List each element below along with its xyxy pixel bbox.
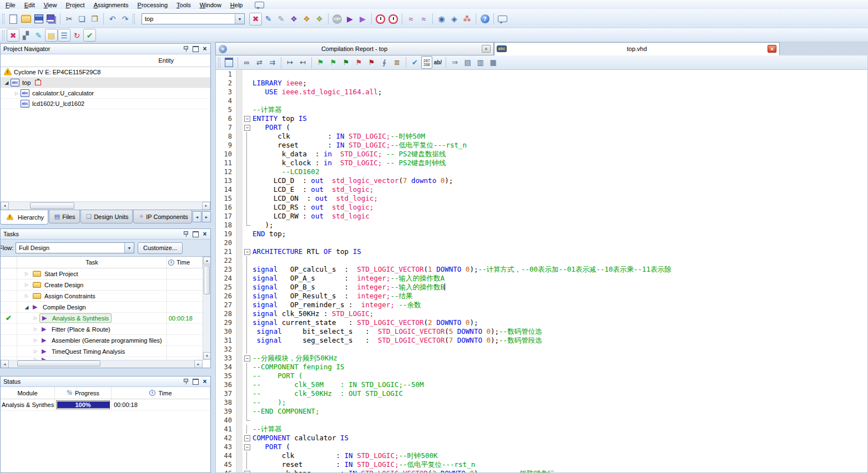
settings-icon[interactable]: ✖ (249, 13, 262, 26)
code-line-6[interactable]: 6ENTITY top IS (216, 114, 867, 123)
fold-collapse-icon[interactable] (243, 247, 253, 256)
close-tab-icon[interactable] (768, 45, 776, 53)
tab-compilation-report[interactable]: Compilation Report - top (215, 42, 494, 55)
tab-scroll-left-icon[interactable]: ◄ (193, 211, 201, 222)
menu-assignments[interactable]: Assignments (89, 1, 133, 9)
code-line-28[interactable]: 28signal clk_50KHz : STD_LOGIC; (216, 309, 867, 318)
task-assembler-generate-programming-files[interactable]: ▷▶Assembler (Generate programming files) (1, 335, 203, 346)
code-line-43[interactable]: 43 PORT ( (216, 443, 867, 451)
eda-netlist-icon[interactable]: ◉ (435, 13, 448, 26)
analyze-file-icon[interactable]: ✔ (408, 56, 421, 69)
simulation-tool-icon[interactable]: ≈ (405, 13, 417, 26)
time-column-header[interactable]: Time (167, 257, 203, 268)
scroll-up-icon[interactable]: ▲ (203, 257, 210, 265)
insert-template-icon[interactable]: ≣ (391, 56, 403, 69)
paste-icon[interactable]: ❐ (88, 13, 101, 26)
tasks-hscrollbar[interactable]: ◄ ► (1, 360, 203, 368)
replace-icon[interactable]: ⇄ (253, 56, 266, 69)
previous-bookmark-icon[interactable]: ⚑ (340, 56, 352, 69)
state-machine-viewer-icon[interactable]: ☰ (58, 29, 70, 42)
code-line-21[interactable]: 21ARCHITECTURE RTL OF top IS (216, 247, 867, 256)
design-assistant-icon[interactable]: ✔ (83, 29, 96, 42)
collapse-arrow-icon[interactable]: ▷ (23, 282, 31, 287)
refresh-icon[interactable]: ↻ (70, 29, 83, 42)
code-line-24[interactable]: 24signal OP_A_s : integer;--输入的操作数A (216, 274, 867, 283)
task-start-project[interactable]: ▷Start Project (1, 268, 203, 279)
tab-hierarchy[interactable]: Hierarchy (0, 210, 48, 225)
feedback-icon[interactable] (496, 13, 509, 26)
entity-column-header[interactable]: Entity (1, 54, 210, 67)
file-options-icon[interactable] (223, 56, 235, 69)
code-editor[interactable]: 12LIBRARY ieee;3 USE ieee.std_logic_1164… (215, 70, 868, 473)
entity-combobox[interactable]: top ▼ (142, 13, 245, 24)
menu-file[interactable]: File (1, 1, 20, 9)
menu-help[interactable]: Help (226, 1, 248, 9)
code-line-44[interactable]: 44 clk : IN STD_LOGIC;--时钟500K (216, 451, 867, 460)
task-assign-constraints[interactable]: ▷Assign Constraints (1, 291, 203, 302)
module-column-header[interactable]: Module (1, 387, 55, 399)
timing-analyzer-icon[interactable] (387, 13, 400, 26)
tree-item-top[interactable]: ◢abctop (1, 78, 210, 88)
increase-indent-icon[interactable]: ↦ (284, 56, 296, 69)
code-line-3[interactable]: 3 USE ieee.std_logic_1164.all; (216, 88, 867, 96)
next-bookmark-icon[interactable]: ⚑ (327, 56, 340, 69)
scroll-right-icon[interactable]: ► (194, 360, 203, 368)
toolbar-grip[interactable] (218, 58, 220, 68)
task-column-header[interactable]: Task (17, 257, 167, 268)
chevron-down-icon[interactable]: ▼ (235, 14, 244, 24)
tab-files[interactable]: ▤Files (49, 210, 80, 223)
code-line-30[interactable]: 30 signal bit_select_s : STD_LOGIC_VECTO… (216, 327, 867, 336)
code-line-17[interactable]: 17 LCD_RW : out std_logic (216, 212, 867, 221)
save-all-icon[interactable] (45, 13, 58, 26)
scrollbar-thumb[interactable] (30, 202, 74, 209)
redo-icon[interactable]: ↷ (119, 13, 132, 26)
simulation-settings-icon[interactable]: ≈ (417, 13, 430, 26)
code-line-11[interactable]: 11 k_clock : in STD_LOGIC; -- PS2键盘时钟线 (216, 159, 867, 167)
code-line-2[interactable]: 2LIBRARY ieee; (216, 79, 867, 88)
pin-planner-icon[interactable]: ✎ (275, 13, 287, 26)
close-tab-icon[interactable] (482, 45, 491, 53)
line-count-indicator[interactable]: 267268 (421, 56, 432, 69)
code-line-39[interactable]: 39--END COMPONENT; (216, 407, 867, 416)
collapse-arrow-icon[interactable]: ▷ (32, 327, 39, 332)
code-line-9[interactable]: 9 reset : IN STD_LOGIC;--低电平复位---rst_n (216, 141, 867, 150)
code-line-13[interactable]: 13 LCD_D : out std_logic_vector(7 downto… (216, 176, 867, 185)
pin-icon[interactable] (182, 231, 190, 238)
collapse-arrow-icon[interactable]: ▷ (13, 91, 21, 96)
assignment-groups-icon[interactable]: ❖ (300, 13, 313, 26)
code-line-5[interactable]: 5--计算器 (216, 105, 867, 114)
advisors-icon[interactable]: ❖ (287, 13, 300, 26)
toolbar-grip[interactable] (2, 30, 4, 40)
collapse-arrow-icon[interactable]: ▷ (23, 271, 31, 276)
code-line-22[interactable]: 22 (216, 256, 867, 265)
attach-icon[interactable]: ∮ (378, 56, 391, 69)
toolbar-grip[interactable] (2, 14, 4, 24)
decrease-indent-icon[interactable]: ↤ (296, 56, 309, 69)
settings-icon[interactable]: ✖ (7, 29, 19, 42)
rtl-viewer-icon[interactable]: ▤ (45, 29, 58, 42)
code-line-25[interactable]: 25signal OP_B_s : integer;--输入的操作数B (216, 283, 867, 292)
code-line-27[interactable]: 27signal OP_reminder_s : integer; --余数 (216, 301, 867, 309)
chevron-down-icon[interactable]: ▼ (124, 243, 134, 253)
tab-design-units[interactable]: ❏Design Units (80, 210, 133, 223)
code-line-14[interactable]: 14 LCD_E : out std_logic; (216, 185, 867, 194)
scroll-right-icon[interactable]: ► (202, 202, 210, 210)
menu-window[interactable]: Window (195, 1, 226, 9)
pin-icon[interactable] (182, 378, 190, 385)
tab-scroll-right-icon[interactable]: ► (202, 211, 211, 222)
open-file-icon[interactable] (19, 13, 32, 26)
collapse-arrow-icon[interactable]: ▷ (23, 293, 31, 298)
navigator-hscrollbar[interactable]: ◄ ► (1, 201, 210, 210)
design-partition-icon[interactable]: ⁂ (461, 13, 473, 26)
menu-project[interactable]: Project (61, 1, 89, 9)
task-create-design[interactable]: ▷Create Design (1, 279, 203, 291)
edit-report-icon[interactable]: ✎ (32, 29, 45, 42)
tasks-vscrollbar[interactable]: ▲ ▼ (203, 257, 210, 360)
code-line-18[interactable]: 18 ); (216, 221, 867, 230)
copy-icon[interactable]: ❏ (75, 13, 88, 26)
menu-tools[interactable]: Tools (172, 1, 195, 9)
code-line-15[interactable]: 15 LCD_ON : out std_logic; (216, 194, 867, 203)
start-compilation-icon[interactable]: ▶ (344, 13, 356, 26)
goto-icon[interactable]: ⇉ (266, 56, 279, 69)
flow-combobox[interactable]: Full Design ▼ (16, 242, 134, 253)
